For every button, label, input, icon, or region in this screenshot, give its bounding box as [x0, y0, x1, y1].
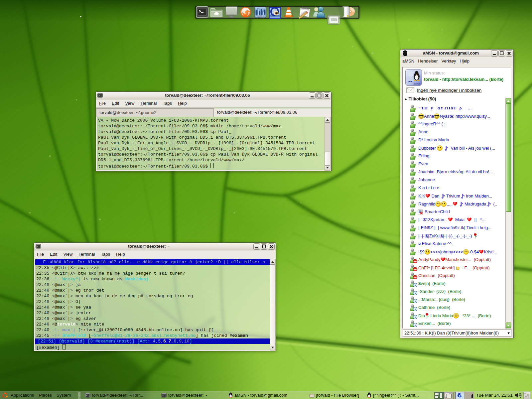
svg-text:XMMS: XMMS: [256, 14, 265, 18]
svg-text:.LINUX: .LINUX: [414, 83, 420, 85]
